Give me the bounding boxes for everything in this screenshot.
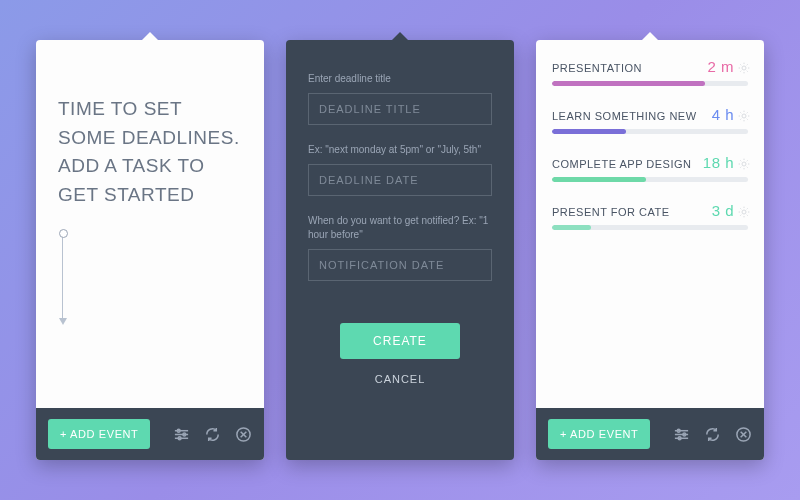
event-row[interactable]: LEARN SOMETHING NEW4 h — [552, 106, 748, 134]
event-row[interactable]: PRESENTATION2 m — [552, 58, 748, 86]
add-event-button[interactable]: + ADD EVENT — [548, 419, 650, 449]
refresh-icon[interactable] — [204, 426, 221, 443]
event-time-remaining: 3 d — [712, 202, 734, 219]
footer-icons — [673, 426, 752, 443]
deadline-title-input[interactable] — [308, 93, 492, 125]
empty-state-card: TIME TO SET SOME DEADLINES. ADD A TASK T… — [36, 40, 264, 460]
svg-point-9 — [742, 66, 746, 70]
refresh-icon[interactable] — [704, 426, 721, 443]
progress-bar-fill — [552, 177, 646, 182]
add-event-button[interactable]: + ADD EVENT — [48, 419, 150, 449]
event-time-remaining: 4 h — [712, 106, 734, 123]
progress-bar — [552, 129, 748, 134]
footer-icons — [173, 426, 252, 443]
gear-icon[interactable] — [738, 108, 750, 126]
cancel-button[interactable]: CANCEL — [375, 373, 426, 385]
progress-bar — [552, 81, 748, 86]
card-footer: + ADD EVENT — [36, 408, 264, 460]
svg-point-12 — [742, 210, 746, 214]
popover-pointer — [141, 32, 159, 41]
gear-icon[interactable] — [738, 60, 750, 78]
create-button[interactable]: CREATE — [340, 323, 460, 359]
popover-pointer — [391, 32, 409, 41]
card-footer: + ADD EVENT — [536, 408, 764, 460]
settings-sliders-icon[interactable] — [173, 426, 190, 443]
event-title: COMPLETE APP DESIGN — [552, 158, 692, 170]
notify-label: When do you want to get notified? Ex: "1… — [308, 214, 492, 242]
intro-block: TIME TO SET SOME DEADLINES. ADD A TASK T… — [36, 40, 264, 408]
progress-bar-fill — [552, 225, 591, 230]
notification-date-input[interactable] — [308, 249, 492, 281]
event-list: PRESENTATION2 mLEARN SOMETHING NEW4 hCOM… — [536, 40, 764, 408]
event-row[interactable]: COMPLETE APP DESIGN18 h — [552, 154, 748, 182]
svg-point-10 — [742, 114, 746, 118]
progress-bar — [552, 225, 748, 230]
date-label: Ex: "next monday at 5pm" or "July, 5th" — [308, 143, 492, 157]
event-time-remaining: 2 m — [707, 58, 734, 75]
event-time-remaining: 18 h — [703, 154, 734, 171]
settings-sliders-icon[interactable] — [673, 426, 690, 443]
timeline-placeholder-icon — [62, 233, 64, 323]
event-title: PRESENT FOR CATE — [552, 206, 670, 218]
progress-bar — [552, 177, 748, 182]
svg-point-11 — [742, 162, 746, 166]
event-title: LEARN SOMETHING NEW — [552, 110, 697, 122]
deadline-date-input[interactable] — [308, 164, 492, 196]
close-icon[interactable] — [735, 426, 752, 443]
progress-bar-fill — [552, 129, 626, 134]
gear-icon[interactable] — [738, 156, 750, 174]
intro-text: TIME TO SET SOME DEADLINES. ADD A TASK T… — [58, 95, 242, 209]
title-label: Enter deadline title — [308, 72, 492, 86]
progress-bar-fill — [552, 81, 705, 86]
form-body: Enter deadline title Ex: "next monday at… — [286, 40, 514, 460]
gear-icon[interactable] — [738, 204, 750, 222]
popover-pointer — [641, 32, 659, 41]
event-row[interactable]: PRESENT FOR CATE3 d — [552, 202, 748, 230]
event-title: PRESENTATION — [552, 62, 642, 74]
event-list-card: PRESENTATION2 mLEARN SOMETHING NEW4 hCOM… — [536, 40, 764, 460]
create-event-card: Enter deadline title Ex: "next monday at… — [286, 40, 514, 460]
close-icon[interactable] — [235, 426, 252, 443]
